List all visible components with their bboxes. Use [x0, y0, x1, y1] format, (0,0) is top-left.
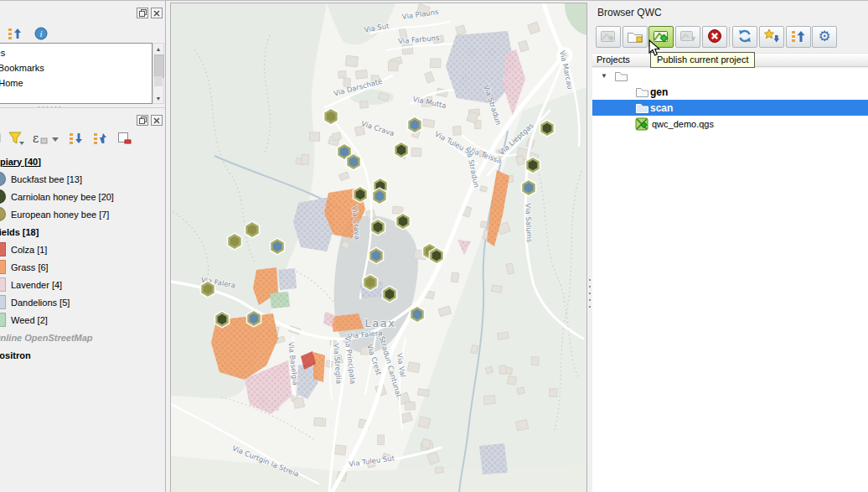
properties-widget-button[interactable]: i	[32, 25, 50, 42]
qgis-window: i FavoritesSpatial BookmarksProject Home…	[0, 0, 868, 492]
legend-symbol-square	[0, 295, 6, 309]
apiary-marker-buckfast	[348, 155, 360, 169]
legend-symbol-circle	[0, 189, 6, 204]
scroll-thumb[interactable]	[154, 54, 164, 78]
mouse-cursor	[648, 39, 660, 57]
settings-button[interactable]: ⚙	[812, 26, 837, 48]
gear-icon: ⚙	[817, 28, 832, 45]
project-tree-row[interactable]: ▼	[592, 68, 868, 84]
legend-item[interactable]: Buckfast bee [13]	[0, 170, 165, 188]
svg-text:i: i	[39, 28, 42, 39]
delete-project-button[interactable]	[702, 26, 727, 48]
close-icon	[153, 10, 160, 17]
legend-label: Buckfast bee [13]	[11, 174, 82, 184]
float-icon	[139, 117, 147, 124]
close-panel-button[interactable]	[151, 8, 163, 18]
legend-symbol-circle	[0, 207, 6, 221]
folder-icon	[635, 101, 648, 116]
legend-symbol-square	[0, 260, 6, 274]
browser-scrollbar[interactable]: ▲ ▼	[152, 43, 164, 104]
filter-icon	[8, 132, 25, 146]
expand-all-button[interactable]	[66, 130, 85, 147]
browser-item[interactable]: Project Home	[0, 75, 104, 91]
apiary-marker-carniolan	[216, 313, 229, 327]
scroll-track[interactable]	[154, 76, 163, 86]
projects-tree[interactable]: ▼genscanqwc_demo.qgs	[592, 68, 868, 492]
filter-expression-button[interactable]: ε	[32, 130, 60, 147]
legend-label: Dandelions [5]	[11, 298, 70, 308]
apiary-marker-buckfast	[411, 308, 424, 322]
legend-item[interactable]: Carniolan honey bee [20]	[0, 188, 165, 205]
import-project-button[interactable]	[675, 26, 700, 48]
browser-item[interactable]: Favorites	[0, 45, 104, 60]
remove-layer-button[interactable]	[115, 130, 133, 147]
browser-panel: i FavoritesSpatial BookmarksProject Home…	[0, 1, 165, 107]
project-tree-row[interactable]: gen	[592, 84, 868, 100]
apiary-marker-buckfast	[409, 118, 421, 132]
legend-symbol-circle	[0, 172, 6, 186]
map-theme-icon	[0, 132, 2, 145]
legend-group[interactable]: Apiary [40]	[0, 153, 165, 170]
layers-tree[interactable]: Apiary [40]Buckfast bee [13]Carniolan ho…	[0, 153, 165, 492]
float-panel-button[interactable]	[137, 115, 148, 126]
close-icon	[153, 117, 160, 124]
remove-layer-icon	[117, 132, 132, 146]
projects-header-label: Projects	[597, 54, 630, 65]
project-tree-label: gen	[650, 86, 668, 98]
panel-title: Browser QWC	[597, 7, 662, 18]
legend-item[interactable]: European honey bee [7]	[0, 205, 165, 223]
legend-item[interactable]: Colza [1]	[0, 241, 165, 258]
tooltip: Publish current project	[650, 52, 755, 68]
float-panel-button[interactable]	[137, 8, 148, 18]
float-icon	[139, 9, 147, 17]
refresh-icon	[737, 28, 752, 45]
star-arrow-icon	[764, 28, 779, 45]
map-canvas[interactable]: Via DarschatéVia SutVia PlaunsVia Farbun…	[170, 3, 587, 492]
expand-arrow-icon[interactable]: ▼	[601, 72, 607, 80]
town-label: Laax	[365, 317, 396, 329]
legend-item[interactable]: Weed [2]	[0, 311, 165, 329]
apiary-marker-buckfast	[248, 312, 261, 326]
project-tree-label: scan	[650, 102, 673, 114]
folder-icon	[635, 85, 648, 100]
legend-label: Apiary [40]	[0, 157, 41, 167]
project-tree-row[interactable]: qwc_demo.qgs	[592, 116, 868, 132]
legend-item[interactable]: Lavender [4]	[0, 276, 165, 293]
qgs-project-icon	[635, 117, 648, 132]
expression-icon: ε	[32, 132, 60, 146]
favorites-button[interactable]	[759, 26, 784, 48]
legend-item[interactable]: Dandelions [5]	[0, 293, 165, 311]
legend-group[interactable]: Online OpenStreetMap	[0, 329, 165, 346]
apiary-marker-buckfast	[271, 240, 284, 254]
apiary-marker-carniolan	[354, 188, 367, 202]
collapse-all-button[interactable]	[90, 130, 109, 147]
legend-symbol-square	[0, 242, 6, 256]
refresh-button[interactable]	[732, 26, 757, 48]
collapse-all-icon	[93, 132, 107, 145]
browser-tree[interactable]: FavoritesSpatial BookmarksProject Home	[0, 43, 152, 104]
legend-symbol-square	[0, 313, 6, 327]
apiary-marker-buckfast	[374, 189, 386, 204]
svg-text:⚙: ⚙	[818, 28, 830, 44]
close-panel-button[interactable]	[151, 115, 163, 126]
scroll-up-icon[interactable]: ▲	[153, 44, 163, 54]
browser-item[interactable]: Spatial Bookmarks	[0, 60, 104, 75]
street-label: Via Salums	[524, 203, 534, 243]
collapse-all-icon	[791, 29, 806, 45]
manage-themes-button[interactable]	[0, 130, 2, 147]
scroll-down-icon[interactable]: ▼	[153, 93, 163, 103]
publish-project-button[interactable]	[596, 26, 621, 48]
project-tree-row[interactable]: scan	[592, 100, 868, 116]
filter-legend-button[interactable]	[8, 130, 26, 147]
toolbar-separator	[729, 27, 730, 47]
collapse-all-button[interactable]	[786, 26, 811, 48]
legend-label: Grass [6]	[11, 262, 49, 272]
legend-label: Online OpenStreetMap	[0, 333, 93, 343]
collapse-all-button[interactable]	[5, 25, 23, 42]
legend-group[interactable]: Fields [18]	[0, 223, 165, 241]
legend-group[interactable]: Positron	[0, 346, 165, 364]
layers-panel: ε Apiary [40]Buckfast bee [13]Carniolan …	[0, 107, 165, 492]
delete-icon	[707, 28, 722, 45]
new-folder-button[interactable]	[623, 26, 648, 48]
legend-item[interactable]: Grass [6]	[0, 258, 165, 276]
